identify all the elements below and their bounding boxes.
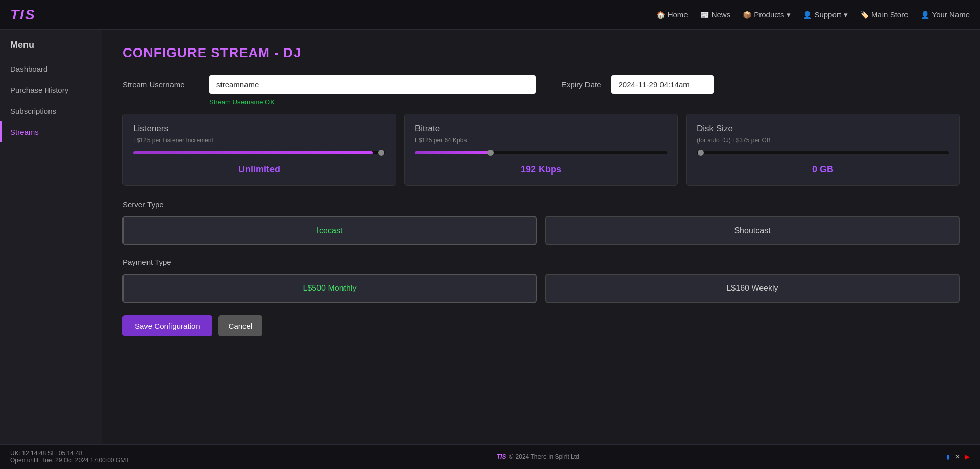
disk-size-track	[697, 151, 949, 154]
twitter-icon[interactable]: ✕	[955, 453, 960, 460]
home-icon: 🏠	[656, 11, 665, 19]
monthly-btn[interactable]: L$500 Monthly	[122, 274, 537, 303]
expiry-label: Expiry Date	[561, 80, 601, 89]
support-link[interactable]: 👤 Support ▾	[803, 10, 848, 19]
news-link[interactable]: 📰 News	[700, 10, 731, 19]
sidebar: Menu Dashboard Purchase History Subscrip…	[0, 30, 102, 444]
youtube-icon[interactable]: ▶	[965, 453, 970, 460]
main-content: CONFIGURE STREAM - DJ Stream Username Ex…	[102, 30, 980, 444]
expiry-value: 2024-11-29 04:14am	[611, 75, 714, 94]
cancel-button[interactable]: Cancel	[218, 315, 263, 336]
username-input[interactable]	[209, 75, 536, 94]
sidebar-item-subscriptions[interactable]: Subscriptions	[0, 101, 102, 121]
support-dropdown-icon: ▾	[844, 10, 848, 19]
menu-title: Menu	[0, 40, 102, 59]
icecast-btn[interactable]: Icecast	[122, 216, 537, 245]
weekly-btn[interactable]: L$160 Weekly	[545, 274, 960, 303]
disk-size-value: 0 GB	[697, 164, 949, 175]
bitrate-thumb	[487, 150, 494, 156]
bitrate-card: Bitrate L$125 per 64 Kpbs 192 Kbps	[404, 114, 678, 186]
main-store-link[interactable]: 🏷️ Main Store	[860, 10, 909, 19]
disk-size-thumb	[698, 150, 704, 156]
news-icon: 📰	[700, 11, 709, 19]
listeners-track	[133, 151, 385, 154]
server-type-label: Server Type	[122, 200, 960, 209]
username-ok-message: Stream Username OK	[209, 98, 960, 106]
username-row: Stream Username Expiry Date 2024-11-29 0…	[122, 75, 960, 94]
bitrate-title: Bitrate	[415, 124, 667, 134]
disk-size-title: Disk Size	[697, 124, 949, 134]
slider-cards: Listeners L$125 per Listener Increment U…	[122, 114, 960, 186]
support-icon: 👤	[803, 11, 812, 19]
logo: TIS	[10, 7, 36, 23]
sidebar-item-streams[interactable]: Streams	[0, 121, 102, 142]
listeners-value: Unlimited	[133, 164, 385, 175]
disk-size-sub: (for auto DJ) L$375 per GB	[697, 137, 949, 144]
home-link[interactable]: 🏠 Home	[656, 10, 688, 19]
bitrate-sub: L$125 per 64 Kpbs	[415, 137, 667, 144]
listeners-title: Listeners	[133, 124, 385, 134]
footer-social: ▮ ✕ ▶	[946, 453, 970, 460]
page-title: CONFIGURE STREAM - DJ	[122, 45, 960, 61]
username-label: Stream Username	[122, 80, 199, 89]
your-name-link[interactable]: 👤 Your Name	[921, 10, 970, 19]
listeners-sub: L$125 per Listener Increment	[133, 137, 385, 144]
footer-time: UK: 12:14:48 SL: 05:14:48	[10, 450, 129, 457]
listeners-fill	[133, 151, 373, 154]
listeners-thumb	[378, 150, 384, 156]
products-dropdown-icon: ▾	[787, 10, 791, 19]
store-icon: 🏷️	[860, 11, 869, 19]
server-type-row: Icecast Shoutcast	[122, 216, 960, 245]
facebook-icon[interactable]: ▮	[946, 453, 950, 460]
products-icon: 📦	[743, 11, 751, 19]
user-icon: 👤	[921, 11, 929, 19]
footer-center: TIS © 2024 There In Spirit Ltd	[497, 453, 579, 460]
footer-left: UK: 12:14:48 SL: 05:14:48 Open until: Tu…	[10, 450, 129, 464]
footer-copyright: © 2024 There In Spirit Ltd	[509, 453, 579, 460]
sidebar-item-purchase-history[interactable]: Purchase History	[0, 80, 102, 101]
shoutcast-btn[interactable]: Shoutcast	[545, 216, 960, 245]
nav-links: 🏠 Home 📰 News 📦 Products ▾ 👤 Support ▾ 🏷…	[656, 10, 970, 19]
sidebar-item-dashboard[interactable]: Dashboard	[0, 59, 102, 80]
payment-type-label: Payment Type	[122, 258, 960, 266]
bitrate-value: 192 Kbps	[415, 164, 667, 175]
action-row: Save Configuration Cancel	[122, 315, 960, 336]
footer-open: Open until: Tue, 29 Oct 2024 17:00:00 GM…	[10, 457, 129, 464]
disk-size-card: Disk Size (for auto DJ) L$375 per GB 0 G…	[686, 114, 960, 186]
listeners-card: Listeners L$125 per Listener Increment U…	[122, 114, 396, 186]
footer-logo: TIS	[497, 453, 506, 460]
bitrate-fill	[415, 151, 491, 154]
payment-type-row: L$500 Monthly L$160 Weekly	[122, 274, 960, 303]
products-link[interactable]: 📦 Products ▾	[743, 10, 791, 19]
bitrate-track	[415, 151, 667, 154]
footer: UK: 12:14:48 SL: 05:14:48 Open until: Tu…	[0, 444, 980, 469]
save-configuration-button[interactable]: Save Configuration	[122, 315, 212, 336]
main-layout: Menu Dashboard Purchase History Subscrip…	[0, 30, 980, 444]
topnav: TIS 🏠 Home 📰 News 📦 Products ▾ 👤 Support…	[0, 0, 980, 30]
